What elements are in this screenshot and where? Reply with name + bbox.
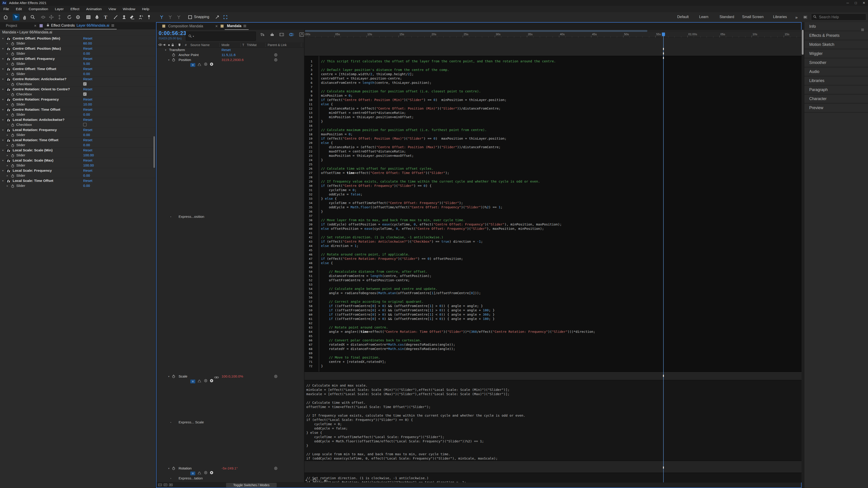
effect-checkbox[interactable]: ✓: [83, 92, 87, 96]
effect-checkbox[interactable]: [83, 123, 87, 126]
slider-value[interactable]: 0.00: [83, 132, 90, 137]
code-line[interactable]: // Calculate maximum position for positi…: [321, 128, 802, 132]
expression-pick-whip-icon[interactable]: [204, 62, 208, 67]
close-button[interactable]: ✕: [860, 0, 868, 5]
effect-reset-link[interactable]: Reset: [83, 127, 92, 132]
code-line[interactable]: // Convert polar coordinates back to car…: [321, 338, 802, 343]
close-tab-icon[interactable]: ✕: [215, 24, 218, 28]
effect-8-param[interactable]: ▸Slider0.00: [0, 112, 156, 117]
tab-project[interactable]: Project: [2, 22, 21, 29]
code-line[interactable]: [306, 396, 802, 400]
expression-language-menu-icon[interactable]: [210, 379, 213, 384]
chevron-right-icon[interactable]: ▸: [7, 102, 8, 107]
motion-blur-icon[interactable]: [289, 33, 294, 37]
effect-11-param[interactable]: ▸Slider0.00: [0, 142, 156, 148]
code-line[interactable]: oddCycle = Math.floor((offsetTime/effect…: [321, 205, 802, 209]
code-line[interactable]: } else {: [321, 197, 802, 201]
code-line[interactable]: rotatedY = distanceFromCentre*Math.sin(d…: [321, 347, 802, 351]
code-line[interactable]: if (effect("Centre Offset: Position (Min…: [321, 98, 802, 102]
code-line[interactable]: // Calculate minimum position for positi…: [321, 89, 802, 94]
solo-icon[interactable]: [168, 44, 170, 46]
code-line[interactable]: cycleTime = 0;: [306, 422, 802, 426]
code-line[interactable]: }: [321, 209, 802, 214]
code-line[interactable]: maxPosition = thisLayer.position+maxOffs…: [321, 154, 802, 158]
code-line[interactable]: oddCycle = false;: [306, 426, 802, 431]
code-line[interactable]: [321, 214, 802, 218]
stopwatch-icon[interactable]: [172, 466, 176, 471]
column-source-name[interactable]: Source Name: [190, 42, 210, 47]
effect-6[interactable]: ▾fxCentre Rotation: Orient to Centre?Res…: [0, 87, 156, 92]
sidebar-panel-libraries[interactable]: Libraries: [804, 76, 868, 86]
code-line[interactable]: distanceRatio = (effect("Centre Offset: …: [321, 106, 802, 111]
code-line[interactable]: if (effect("Local Scale: Frequency")("Sl…: [306, 418, 802, 422]
label-icon[interactable]: [178, 43, 181, 47]
effect-9-param[interactable]: Checkbox: [0, 122, 156, 127]
lock-icon[interactable]: [46, 22, 49, 29]
stopwatch-icon[interactable]: [11, 163, 14, 168]
hand-tool-icon[interactable]: [21, 14, 28, 21]
effect-reset-link[interactable]: Reset: [83, 66, 92, 71]
code-line[interactable]: [306, 409, 802, 414]
code-line[interactable]: // If frequency value exists, calculate …: [321, 180, 802, 184]
chevron-down-icon[interactable]: ▾: [2, 97, 4, 102]
chevron-down-icon[interactable]: ▾: [2, 76, 4, 82]
fx-badge[interactable]: fx: [6, 169, 11, 173]
effect-8[interactable]: ▾fxCentre Rotation: Time OffsetReset: [0, 107, 156, 112]
fx-badge[interactable]: fx: [6, 159, 11, 163]
effect-controls-scrollbar[interactable]: [153, 136, 155, 168]
slider-value[interactable]: 60.00: [83, 41, 92, 46]
slider-value[interactable]: 0.00: [83, 183, 90, 188]
tab-effect-controls[interactable]: Effect Controls Layer 66/Mandala.ai: [44, 22, 117, 29]
effect-2[interactable]: ▾fxCentre Offset: Position (Max)Reset: [0, 46, 156, 51]
code-line[interactable]: [321, 334, 802, 338]
chevron-down-icon[interactable]: ▾: [2, 87, 4, 92]
pan-camera-tool-icon[interactable]: [48, 14, 55, 21]
home-tool-icon[interactable]: [2, 14, 9, 21]
chevron-right-icon[interactable]: ▸: [7, 153, 8, 158]
fx-badge[interactable]: fx: [6, 108, 11, 112]
effect-reset-link[interactable]: Reset: [83, 107, 92, 112]
code-line[interactable]: minPosition = thisLayer.position+minOffs…: [321, 115, 802, 119]
code-line[interactable]: else {: [321, 141, 802, 145]
slider-value[interactable]: 10.00: [83, 102, 92, 107]
code-line[interactable]: if (effect("Centre Offset: Position (Max…: [321, 136, 802, 141]
chevron-right-icon[interactable]: ▸: [7, 173, 8, 178]
code-line[interactable]: minScale = [effect("Local Scale: Scale (…: [306, 388, 802, 392]
shy-layers-icon[interactable]: [270, 33, 274, 37]
timeline-search-box[interactable]: ▾: [186, 32, 256, 41]
expand-transfer-icon[interactable]: [169, 483, 173, 487]
effect-reset-link[interactable]: Reset: [83, 168, 92, 173]
column-trkmat[interactable]: TrkMat: [247, 42, 256, 47]
code-line[interactable]: // Default layer position's distance fro…: [321, 68, 802, 72]
effect-15-param[interactable]: ▸Slider0.00: [0, 183, 156, 188]
eye-icon[interactable]: [158, 43, 162, 47]
fx-badge[interactable]: fx: [6, 139, 11, 142]
chevron-right-icon[interactable]: ▸: [7, 132, 8, 137]
row-transform[interactable]: ▾ Transform Reset: [156, 47, 304, 53]
chevron-down-icon[interactable]: ▾: [2, 158, 4, 163]
code-line[interactable]: // Calculate time with offset for positi…: [321, 166, 802, 171]
type-tool-icon[interactable]: T: [102, 14, 109, 21]
roto-brush-tool-icon[interactable]: [137, 14, 144, 21]
code-line[interactable]: minOffset = centreOffset*distanceRatio;: [321, 111, 802, 115]
chevron-down-icon[interactable]: ▾: [2, 138, 4, 142]
code-line[interactable]: [321, 162, 802, 166]
workspace-small-screen[interactable]: Small Screen: [742, 15, 764, 19]
chevron-down-icon[interactable]: ▾: [2, 168, 4, 173]
code-line[interactable]: oddCycle = false;: [321, 192, 802, 197]
pen-tool-icon[interactable]: [94, 14, 100, 21]
playhead-handle[interactable]: [662, 33, 665, 36]
expression-enable-icon[interactable]: =: [190, 63, 195, 67]
transform-reset[interactable]: Reset: [221, 47, 231, 53]
clone-stamp-tool-icon[interactable]: [121, 14, 127, 21]
sidebar-panel-smoother[interactable]: Smoother: [804, 58, 868, 67]
chevron-down-icon[interactable]: ▾: [168, 57, 169, 62]
chevron-right-icon[interactable]: ▸: [7, 71, 8, 76]
menu-composition[interactable]: Composition: [25, 6, 52, 12]
code-line[interactable]: angle = radiansToDegrees(Math.atan(offse…: [321, 291, 802, 295]
zoom-slider-knob[interactable]: [313, 479, 316, 482]
code-line[interactable]: [306, 448, 802, 452]
expand-in-out-icon[interactable]: [158, 483, 162, 487]
code-line[interactable]: // Recalculate distance from centre, aft…: [321, 269, 802, 274]
code-line[interactable]: [321, 248, 802, 252]
